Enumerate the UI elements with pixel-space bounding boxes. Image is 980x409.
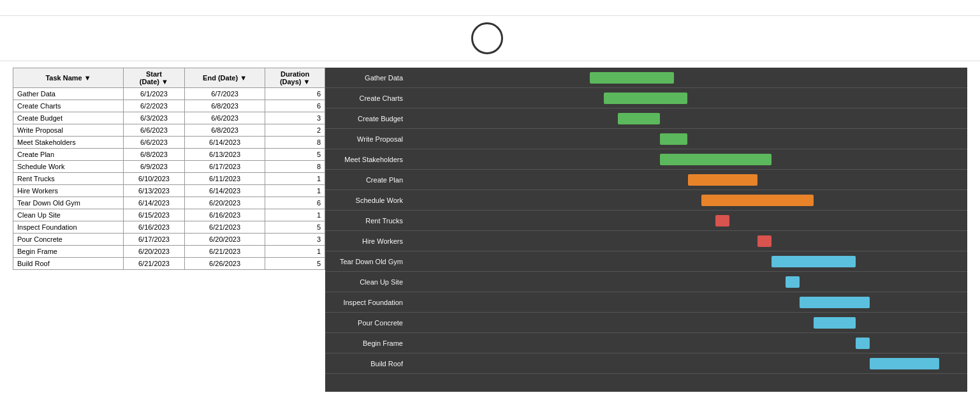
gantt-row-label: Write Proposal — [325, 135, 408, 143]
gantt-row: Pour Concrete — [325, 313, 967, 333]
logo-bar — [0, 15, 980, 61]
gantt-bar-area — [408, 353, 967, 373]
gantt-bar — [618, 113, 660, 124]
cell-end: 6/14/2023 — [184, 185, 265, 197]
cell-duration: 8 — [265, 137, 325, 149]
col-header-start: Start(Date) ▼ — [124, 68, 185, 88]
main-content: Task Name ▼ Start(Date) ▼ End (Date) ▼ D… — [0, 68, 980, 392]
table-row: Begin Frame 6/20/2023 6/21/2023 1 — [13, 246, 325, 258]
gantt-row-label: Create Charts — [325, 94, 408, 102]
table-row: Tear Down Old Gym 6/14/2023 6/20/2023 6 — [13, 197, 325, 209]
table-row: Schedule Work 6/9/2023 6/17/2023 8 — [13, 161, 325, 173]
cell-start: 6/20/2023 — [124, 246, 185, 258]
gantt-row: Clean Up Site — [325, 272, 967, 292]
gantt-bar-area — [408, 108, 967, 128]
gantt-bar-area — [408, 211, 967, 230]
gantt-row: Create Budget — [325, 108, 967, 129]
gantt-bar — [757, 235, 772, 247]
cell-task: Tear Down Old Gym — [13, 197, 124, 209]
cell-start: 6/21/2023 — [124, 258, 185, 270]
cell-start: 6/15/2023 — [124, 209, 185, 221]
gantt-bar — [701, 195, 813, 206]
cell-start: 6/16/2023 — [124, 221, 185, 234]
cell-end: 6/16/2023 — [184, 209, 265, 221]
gantt-bar — [604, 93, 688, 104]
gantt-row-label: Create Plan — [325, 176, 408, 184]
gantt-row-label: Meet Stakeholders — [325, 156, 408, 163]
gantt-bar-area — [408, 251, 967, 271]
page-header — [0, 0, 980, 15]
cell-task: Inspect Foundation — [13, 221, 124, 234]
table-row: Clean Up Site 6/15/2023 6/16/2023 1 — [13, 209, 325, 221]
cell-task: Build Roof — [13, 258, 124, 270]
cell-task: Create Charts — [13, 100, 124, 112]
cell-task: Rent Trucks — [13, 173, 124, 185]
cell-task: Hire Workers — [13, 185, 124, 197]
cell-task: Schedule Work — [13, 161, 124, 173]
cell-start: 6/13/2023 — [124, 185, 185, 197]
gantt-row-label: Schedule Work — [325, 197, 408, 204]
cell-end: 6/11/2023 — [184, 173, 265, 185]
cell-duration: 8 — [265, 161, 325, 173]
cell-duration: 2 — [265, 124, 325, 137]
table-row: Write Proposal 6/6/2023 6/8/2023 2 — [13, 124, 325, 137]
table-row: Gather Data 6/1/2023 6/7/2023 6 — [13, 88, 325, 100]
cell-task: Write Proposal — [13, 124, 124, 137]
cell-start: 6/6/2023 — [124, 124, 185, 137]
gantt-row: Create Plan — [325, 170, 967, 190]
cell-task: Create Plan — [13, 149, 124, 161]
gantt-row: Meet Stakeholders — [325, 149, 967, 170]
gantt-bar-area — [408, 68, 967, 87]
gantt-row: Rent Trucks — [325, 211, 967, 231]
gantt-bar-area — [408, 190, 967, 210]
logo-icon — [471, 22, 503, 54]
cell-duration: 6 — [265, 88, 325, 100]
gantt-bar-area — [408, 149, 967, 169]
cell-duration: 1 — [265, 209, 325, 221]
cell-start: 6/6/2023 — [124, 137, 185, 149]
cell-end: 6/14/2023 — [184, 137, 265, 149]
table-row: Meet Stakeholders 6/6/2023 6/14/2023 8 — [13, 137, 325, 149]
gantt-bar-area — [408, 292, 967, 312]
cell-duration: 6 — [265, 197, 325, 209]
cell-task: Begin Frame — [13, 246, 124, 258]
gantt-row-label: Tear Down Old Gym — [325, 258, 408, 265]
gantt-bar-area — [408, 170, 967, 190]
gantt-row-label: Hire Workers — [325, 237, 408, 245]
gantt-chart-container: Gather DataCreate ChartsCreate BudgetWri… — [325, 68, 967, 392]
gantt-bar — [660, 133, 688, 145]
cell-task: Gather Data — [13, 88, 124, 100]
gantt-bar-area — [408, 231, 967, 251]
gantt-row-label: Inspect Foundation — [325, 299, 408, 306]
table-row: Build Roof 6/21/2023 6/26/2023 5 — [13, 258, 325, 270]
gantt-row-label: Create Budget — [325, 115, 408, 123]
cell-end: 6/20/2023 — [184, 197, 265, 209]
cell-start: 6/10/2023 — [124, 173, 185, 185]
col-header-duration: Duration(Days) ▼ — [265, 68, 325, 88]
gantt-bar — [786, 276, 800, 288]
cell-end: 6/20/2023 — [184, 234, 265, 246]
cell-end: 6/26/2023 — [184, 258, 265, 270]
gantt-row: Hire Workers — [325, 231, 967, 251]
gantt-bar-area — [408, 272, 967, 292]
cell-duration: 5 — [265, 221, 325, 234]
cell-end: 6/13/2023 — [184, 149, 265, 161]
cell-end: 6/17/2023 — [184, 161, 265, 173]
gantt-row: Gather Data — [325, 68, 967, 88]
table-row: Pour Concrete 6/17/2023 6/20/2023 3 — [13, 234, 325, 246]
cell-duration: 1 — [265, 246, 325, 258]
cell-start: 6/9/2023 — [124, 161, 185, 173]
cell-end: 6/8/2023 — [184, 124, 265, 137]
gantt-row: Schedule Work — [325, 190, 967, 211]
gantt-chart: Gather DataCreate ChartsCreate BudgetWri… — [325, 68, 967, 392]
gantt-row-label: Gather Data — [325, 74, 408, 82]
gantt-bar-area — [408, 129, 967, 149]
cell-end: 6/7/2023 — [184, 88, 265, 100]
gantt-bar — [660, 154, 772, 165]
gantt-row-label: Build Roof — [325, 360, 408, 368]
task-table-container: Task Name ▼ Start(Date) ▼ End (Date) ▼ D… — [13, 68, 325, 392]
table-row: Create Budget 6/3/2023 6/6/2023 3 — [13, 112, 325, 124]
gantt-bar-area — [408, 88, 967, 108]
gantt-row: Build Roof — [325, 353, 967, 374]
cell-start: 6/14/2023 — [124, 197, 185, 209]
